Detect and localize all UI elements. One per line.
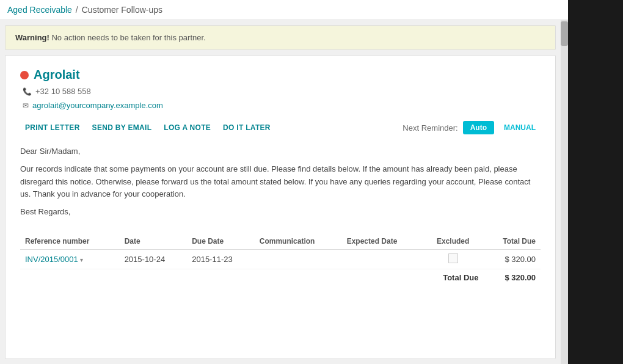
breadcrumb-parent-link[interactable]: Aged Receivable — [7, 5, 72, 15]
letter-closing: Best Regards, — [20, 206, 541, 219]
cell-reference: INV/2015/0001 ▾ — [20, 249, 120, 269]
cell-expected-date — [342, 249, 423, 269]
warning-message: No action needs to be taken for this par… — [51, 33, 205, 42]
email-line: ✉ agrolait@yourcompany.example.com — [23, 101, 541, 110]
actions-row: PRINT LETTER SEND BY EMAIL LOG A NOTE DO… — [20, 120, 541, 136]
col-excluded: Excluded — [423, 233, 484, 250]
col-expected-date: Expected Date — [342, 233, 423, 250]
col-total-due: Total Due — [483, 233, 541, 250]
total-row: Total Due $ 320.00 — [20, 269, 541, 286]
scrollbar-thumb[interactable] — [561, 21, 568, 46]
letter-salutation: Dear Sir/Madam, — [20, 145, 541, 158]
cell-due-date: 2015-11-23 — [187, 249, 255, 269]
do-it-later-button[interactable]: DO IT LATER — [218, 120, 275, 136]
warning-prefix: Warning! — [15, 33, 49, 42]
table-header-row: Reference number Date Due Date Communica… — [20, 233, 541, 250]
invoice-table: Reference number Date Due Date Communica… — [20, 233, 541, 286]
cell-date: 2015-10-24 — [120, 249, 188, 269]
cell-excluded — [423, 249, 484, 269]
total-label: Total Due — [423, 269, 484, 286]
col-due-date: Due Date — [187, 233, 255, 250]
auto-button[interactable]: Auto — [463, 121, 494, 134]
followup-card: Agrolait 📞 +32 10 588 558 ✉ agrolait@you… — [5, 55, 556, 359]
next-reminder-label: Next Reminder: — [403, 123, 457, 133]
col-reference: Reference number — [20, 233, 120, 250]
phone-icon: 📞 — [23, 87, 32, 96]
status-dot — [20, 71, 29, 79]
breadcrumb-separator: / — [76, 5, 78, 15]
total-empty — [20, 269, 423, 286]
dropdown-arrow-icon[interactable]: ▾ — [80, 257, 83, 263]
email-icon: ✉ — [23, 101, 29, 110]
phone-line: 📞 +32 10 588 558 — [23, 87, 541, 96]
warning-banner: Warning! No action needs to be taken for… — [5, 25, 556, 50]
cell-communication — [255, 249, 342, 269]
email-address[interactable]: agrolait@yourcompany.example.com — [32, 101, 163, 110]
cell-total-due: $ 320.00 — [483, 249, 541, 269]
letter-content: Our records indicate that some payments … — [20, 163, 541, 201]
breadcrumb-current: Customer Follow-ups — [82, 5, 162, 15]
company-header: Agrolait — [20, 68, 541, 82]
invoice-link[interactable]: INV/2015/0001 — [25, 255, 78, 264]
print-letter-button[interactable]: PRINT LETTER — [20, 120, 85, 136]
right-panel — [568, 0, 623, 364]
col-date: Date — [120, 233, 188, 250]
next-reminder-section: Next Reminder: Auto MANUAL — [403, 121, 541, 134]
company-name: Agrolait — [34, 68, 80, 82]
col-communication: Communication — [255, 233, 342, 250]
excluded-checkbox[interactable] — [448, 253, 458, 263]
manual-button[interactable]: MANUAL — [499, 121, 541, 134]
phone-number: +32 10 588 558 — [35, 87, 91, 96]
scrollbar[interactable] — [561, 20, 568, 364]
send-by-email-button[interactable]: SEND BY EMAIL — [87, 120, 157, 136]
log-a-note-button[interactable]: LOG A NOTE — [159, 120, 216, 136]
letter-body: Dear Sir/Madam, Our records indicate tha… — [20, 145, 541, 219]
breadcrumb: Aged Receivable / Customer Follow-ups — [0, 0, 568, 20]
table-row: INV/2015/0001 ▾ 2015-10-24 2015-11-23 $ … — [20, 249, 541, 269]
total-amount: $ 320.00 — [483, 269, 541, 286]
